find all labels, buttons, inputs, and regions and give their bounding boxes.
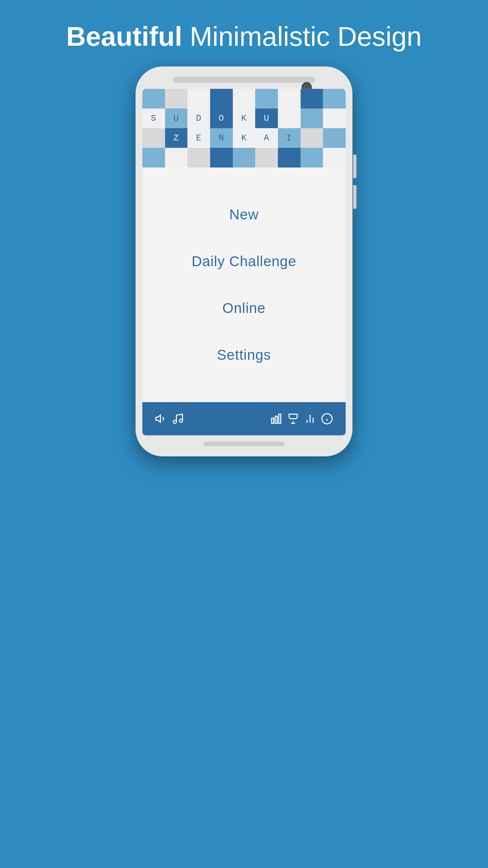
tile bbox=[165, 148, 188, 167]
logo-letter-K2: K bbox=[233, 128, 256, 148]
logo-letter-I: I bbox=[278, 128, 301, 148]
tile bbox=[233, 148, 256, 167]
tile bbox=[233, 89, 256, 108]
menu-item-settings[interactable]: Settings bbox=[156, 335, 332, 375]
svg-rect-5 bbox=[279, 414, 281, 423]
title-bold: Beautiful bbox=[66, 21, 182, 52]
stats-icon[interactable] bbox=[302, 410, 319, 427]
logo-letter-K1: K bbox=[233, 108, 256, 128]
tile bbox=[278, 148, 301, 167]
tile bbox=[323, 89, 346, 108]
logo-letter-D: D bbox=[187, 108, 210, 128]
phone-mockup: S U D O K U Z E N K A I bbox=[136, 66, 352, 456]
svg-rect-3 bbox=[272, 418, 274, 423]
trophy-icon[interactable] bbox=[285, 410, 302, 427]
tile bbox=[187, 89, 210, 108]
music-icon[interactable] bbox=[169, 410, 186, 427]
phone-home-button bbox=[203, 441, 285, 446]
logo-letter-U2: U bbox=[255, 108, 278, 128]
tile bbox=[323, 148, 346, 167]
tile bbox=[278, 108, 301, 128]
logo-letter-A: A bbox=[255, 128, 278, 148]
volume-button-1 bbox=[353, 155, 357, 178]
bottom-bar bbox=[142, 402, 346, 435]
logo-letter-E: E bbox=[187, 128, 210, 148]
tile bbox=[301, 148, 323, 167]
tile bbox=[142, 89, 165, 108]
logo-letter-N: N bbox=[210, 128, 233, 148]
title-thin: Minimalistic Design bbox=[182, 21, 422, 52]
logo-letter-U1: U bbox=[165, 108, 188, 128]
menu-area: New Daily Challenge Online Settings bbox=[142, 167, 346, 402]
phone-speaker bbox=[173, 77, 315, 83]
tile bbox=[210, 89, 233, 108]
svg-point-2 bbox=[180, 419, 183, 422]
tile bbox=[255, 89, 278, 108]
info-icon[interactable] bbox=[319, 410, 336, 427]
tile bbox=[210, 148, 233, 167]
svg-rect-4 bbox=[275, 416, 277, 423]
tile bbox=[301, 128, 323, 148]
logo-letter-S: S bbox=[142, 108, 165, 128]
phone-screen: S U D O K U Z E N K A I bbox=[142, 89, 346, 435]
tile bbox=[165, 89, 188, 108]
leaderboard-icon[interactable] bbox=[268, 410, 285, 427]
sound-icon[interactable] bbox=[152, 410, 169, 427]
tile bbox=[142, 148, 165, 167]
tile bbox=[255, 148, 278, 167]
volume-button-2 bbox=[353, 185, 357, 209]
menu-item-new[interactable]: New bbox=[156, 195, 332, 235]
menu-item-daily-challenge[interactable]: Daily Challenge bbox=[156, 241, 332, 281]
tile bbox=[187, 148, 210, 167]
logo-area: S U D O K U Z E N K A I bbox=[142, 89, 346, 167]
tile bbox=[142, 128, 165, 148]
logo-letter-O: O bbox=[210, 108, 233, 128]
tile bbox=[301, 108, 323, 128]
logo-letter-Z: Z bbox=[165, 128, 188, 148]
tile bbox=[278, 89, 301, 108]
tile bbox=[323, 128, 346, 148]
tile bbox=[301, 89, 323, 108]
tile bbox=[323, 108, 346, 128]
menu-item-online[interactable]: Online bbox=[156, 288, 332, 328]
svg-marker-0 bbox=[156, 415, 161, 422]
page-header: Beautiful Minimalistic Design bbox=[0, 0, 488, 66]
svg-point-1 bbox=[174, 420, 177, 423]
logo-tile-grid: S U D O K U Z E N K A I bbox=[142, 89, 346, 167]
